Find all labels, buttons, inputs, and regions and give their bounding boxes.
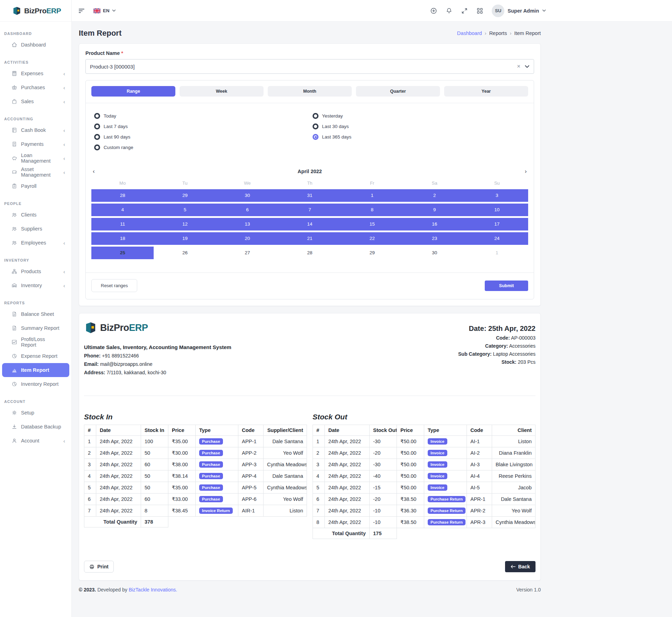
apps-grid-button[interactable] [476,7,483,14]
sidebar-item[interactable]: Expenses ‹ [2,66,69,80]
sidebar-item[interactable]: Suppliers [2,222,69,236]
breadcrumb-reports[interactable]: Reports [489,30,507,36]
calendar-day[interactable]: 27 [216,247,279,259]
calendar-day[interactable]: 1 [341,189,403,202]
sidebar-brand[interactable]: BizProERP [0,0,71,22]
calendar-day[interactable]: 9 [403,204,465,216]
sidebar-section-activities: ACTIVITIES Expenses ‹ Purchases ‹ [0,55,71,108]
calendar-day[interactable]: 8 [341,204,403,216]
calendar-day[interactable]: 2 [403,189,465,202]
quick-range-option[interactable]: Last 7 days [94,123,310,129]
sidebar-item[interactable]: Account ‹ [2,434,69,448]
clear-selection-icon[interactable]: × [517,63,520,70]
calendar-day[interactable]: 26 [154,247,216,259]
calendar-day[interactable]: 21 [279,232,341,245]
calendar-day[interactable]: 7 [279,204,341,216]
calendar-day[interactable]: 17 [466,218,528,231]
breadcrumb: Dashboard › Reports › Item Report [457,30,541,36]
developer-link[interactable]: BizTackle Innovations. [129,587,177,593]
notifications-button[interactable] [446,7,453,14]
sidebar-item[interactable]: Cash Book ‹ [2,123,69,137]
sidebar-item[interactable]: Summary Report [2,321,69,335]
sidebar-item-icon [12,381,17,387]
sidebar-section-account: ACCOUNT Setup Database Backup [0,395,71,448]
calendar-day[interactable]: 4 [91,204,154,216]
breadcrumb-dashboard-link[interactable]: Dashboard [457,30,482,36]
sidebar-item[interactable]: Inventory ‹ [2,278,69,292]
calendar-day[interactable]: 22 [341,232,403,245]
sidebar-item[interactable]: Loan Management ‹ [2,151,69,165]
sidebar-item[interactable]: Balance Sheet [2,307,69,321]
quick-range-option[interactable]: Custom range [94,144,310,150]
calendar-day[interactable]: 28 [279,247,341,259]
quick-add-button[interactable] [430,7,437,14]
calendar-day[interactable]: 20 [216,232,279,245]
calendar-day[interactable]: 14 [279,218,341,231]
period-tab[interactable]: Quarter [356,86,440,97]
fullscreen-button[interactable] [461,7,468,14]
sidebar-item[interactable]: Expense Report [2,349,69,363]
calendar-week-row: 28 29 30 31 1 2 3 [91,189,528,202]
breadcrumb-current: Item Report [514,30,541,36]
calendar-next-button[interactable]: › [523,168,528,175]
sidebar-item[interactable]: Payroll [2,179,69,193]
calendar-day[interactable]: 30 [403,247,465,259]
user-menu[interactable]: SU Super Admin [492,5,546,17]
print-button[interactable]: Print [84,561,114,573]
sidebar-item[interactable]: Employees ‹ [2,236,69,250]
sidebar-item[interactable]: Setup [2,406,69,420]
calendar-day[interactable]: 5 [154,204,216,216]
type-badge: Purchase [199,473,223,479]
calendar-day[interactable]: 29 [154,189,216,202]
calendar-day[interactable]: 15 [341,218,403,231]
sidebar-item[interactable]: Products ‹ [2,264,69,278]
table-row: 6 24th Apr, 2022 -20 ₹38.50 Purchase Ret… [313,494,536,505]
quick-range-option[interactable]: Yesterday [313,113,528,119]
language-selector[interactable]: EN [93,8,116,13]
sidebar-item[interactable]: Item Report [2,363,69,377]
calendar-day[interactable]: 1 [466,247,528,259]
sidebar-item[interactable]: Purchases ‹ [2,80,69,94]
calendar-prev-button[interactable]: ‹ [91,168,96,175]
calendar-day[interactable]: 10 [466,204,528,216]
quick-range-option[interactable]: Last 30 days [313,123,528,129]
quick-range-option[interactable]: Last 90 days [94,134,310,140]
calendar-day[interactable]: 29 [341,247,403,259]
calendar-day[interactable]: 6 [216,204,279,216]
calendar-day[interactable]: 19 [154,232,216,245]
calendar-day[interactable]: 18 [91,232,154,245]
calendar-day[interactable]: 31 [279,189,341,202]
calendar-day[interactable]: 25 [91,247,154,259]
calendar-day[interactable]: 13 [216,218,279,231]
company-address: Address: 7/1103, kakkanad, kochi-30 [84,370,231,375]
calendar-day[interactable]: 3 [466,189,528,202]
sidebar-item[interactable]: Inventory Report [2,377,69,391]
sidebar-item[interactable]: Profit/Loss Report [2,335,69,349]
sidebar-item[interactable]: Clients [2,208,69,222]
stock-in-table: # Date Stock In Price Type Code Supplier… [84,425,307,527]
calendar-day[interactable]: 11 [91,218,154,231]
calendar-day[interactable]: 23 [403,232,465,245]
calendar-day[interactable]: 30 [216,189,279,202]
period-tab[interactable]: Week [180,86,264,97]
sidebar-nav: DASHBOARD Dashboard ACTIVITIES Expenses … [0,22,71,458]
back-button[interactable]: Back [505,561,536,572]
submit-button[interactable]: Submit [485,281,528,291]
calendar-day[interactable]: 24 [466,232,528,245]
calendar-day[interactable]: 16 [403,218,465,231]
menu-toggle-button[interactable] [77,7,86,14]
calendar-day[interactable]: 12 [154,218,216,231]
sidebar-item[interactable]: Asset Management ‹ [2,165,69,179]
sidebar-item[interactable]: Database Backup [2,420,69,434]
sidebar-item[interactable]: Dashboard [2,38,69,52]
sidebar-item[interactable]: Sales ‹ [2,94,69,108]
period-tab[interactable]: Range [91,86,175,97]
quick-range-option[interactable]: Today [94,113,310,119]
reset-ranges-button[interactable]: Reset ranges [91,279,137,292]
sidebar-item[interactable]: Payments ‹ [2,137,69,151]
period-tab[interactable]: Year [444,86,528,97]
period-tab[interactable]: Month [268,86,352,97]
calendar-day[interactable]: 28 [91,189,154,202]
quick-range-option[interactable]: Last 365 days [313,134,528,140]
product-select[interactable]: Product-3 [000003] × [85,59,534,74]
